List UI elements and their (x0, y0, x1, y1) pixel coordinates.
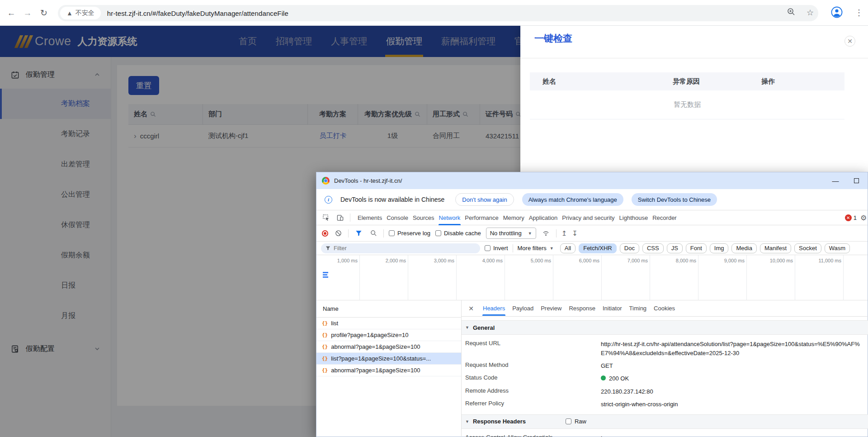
close-icon[interactable]: ✕ (844, 36, 855, 47)
warning-triangle-icon: ▲ (66, 10, 73, 17)
request-type-pill[interactable]: Doc (620, 243, 639, 253)
request-row[interactable]: {} list?page=1&pageSize=100&status=... (316, 353, 461, 365)
back-icon[interactable]: ← (5, 6, 18, 20)
network-overview-timeline[interactable]: 1,000 ms2,000 ms3,000 ms4,000 ms5,000 ms… (316, 255, 868, 300)
site-security-chip[interactable]: ▲ 不安全 (60, 7, 101, 19)
response-headers-section-header[interactable]: ▼ Response Headers Raw (462, 414, 868, 429)
separator (383, 229, 384, 238)
network-filter-bar: Invert More filters ▼ AllFetch/XHRDocCSS… (316, 242, 868, 255)
clear-network-log-icon[interactable] (333, 228, 343, 238)
throttling-value: No throttling (490, 230, 522, 237)
reload-icon[interactable]: ↻ (37, 6, 51, 20)
filter-funnel-icon[interactable] (354, 228, 363, 238)
devtools-tab[interactable]: Memory (501, 210, 527, 225)
request-type-pill[interactable]: Media (731, 243, 756, 253)
detail-tab[interactable]: Payload (510, 301, 536, 316)
timeline-tick: 10,000 ms (747, 255, 795, 300)
request-row[interactable]: {} list (316, 318, 461, 329)
raw-checkbox[interactable]: Raw (566, 418, 586, 425)
devtools-tab[interactable]: Performance (462, 210, 500, 225)
json-file-icon: {} (322, 367, 328, 373)
request-row[interactable]: {} abnormal?page=1&pageSize=100 (316, 365, 461, 376)
filter-input[interactable] (334, 245, 465, 252)
bookmark-star-icon[interactable]: ☆ (805, 8, 816, 19)
checkbox[interactable] (566, 418, 571, 424)
checkbox[interactable] (435, 230, 441, 236)
address-bar[interactable]: ▲ 不安全 hr-test.zjf-it.cn/#/fakeDuty/fakeD… (58, 5, 818, 21)
response-header-rows: Access-Control-Allow-Credentials true (462, 429, 868, 437)
request-type-pill[interactable]: Fetch/XHR (579, 243, 617, 253)
devtools-tab[interactable]: Privacy and security (560, 210, 617, 225)
disclosure-triangle-icon: ▼ (465, 419, 469, 424)
request-row[interactable]: {} profile?page=1&pageSize=10 (316, 329, 461, 341)
network-conditions-icon[interactable] (541, 228, 551, 238)
search-network-icon[interactable] (368, 228, 378, 238)
request-type-pill[interactable]: Font (686, 243, 707, 253)
switch-to-chinese-button[interactable]: Switch DevTools to Chinese (632, 193, 717, 206)
request-type-pill[interactable]: Wasm (825, 243, 850, 253)
url-text[interactable]: hr-test.zjf-it.cn/#/fakeDuty/fakeDutyMan… (107, 10, 288, 17)
detail-tab[interactable]: Initiator (600, 301, 624, 316)
record-network-log-icon[interactable] (322, 230, 328, 237)
banner-message: DevTools is now available in Chinese (340, 196, 444, 203)
detail-tab[interactable]: Timing (627, 301, 649, 316)
request-type-pill[interactable]: Socket (794, 243, 821, 253)
devtools-tab[interactable]: Sources (410, 210, 437, 225)
import-har-icon[interactable]: ↥ (561, 229, 567, 238)
match-language-button[interactable]: Always match Chrome's language (522, 193, 623, 206)
checkbox[interactable] (389, 230, 395, 236)
minimize-icon[interactable]: — (826, 172, 845, 189)
request-type-pill[interactable]: JS (667, 243, 683, 253)
detail-tab[interactable]: Preview (538, 301, 564, 316)
requests-name-header[interactable]: Name (316, 300, 461, 318)
disable-cache-checkbox[interactable]: Disable cache (435, 230, 481, 237)
profile-avatar-icon[interactable] (831, 6, 842, 17)
more-filters-button[interactable]: More filters ▼ (518, 245, 554, 252)
settings-gear-icon[interactable]: ⚙ (860, 214, 867, 222)
funnel-icon (326, 246, 330, 251)
devtools-titlebar[interactable]: DevTools - hr-test.zjf-it.cn/ — (316, 172, 868, 189)
detail-tab[interactable]: Cookies (651, 301, 677, 316)
devtools-tab[interactable]: Console (384, 210, 410, 225)
request-type-pill[interactable]: Manifest (760, 243, 791, 253)
json-file-icon: {} (322, 320, 328, 326)
zoom-icon[interactable] (786, 8, 797, 19)
device-toolbar-icon[interactable] (335, 213, 345, 223)
timeline-tick: 8,000 ms (650, 255, 698, 300)
request-type-pill[interactable]: All (560, 243, 576, 253)
request-type-pill[interactable]: CSS (642, 243, 664, 253)
menu-kebab-icon[interactable]: ⋮ (854, 8, 864, 19)
filter-input-box[interactable] (321, 243, 480, 253)
devtools-tab[interactable]: Recorder (650, 210, 679, 225)
overview-cluster-icon (323, 272, 328, 278)
more-filters-label: More filters (518, 245, 547, 252)
chevron-down-icon: ▼ (528, 231, 532, 236)
error-badge[interactable]: ✕ 1 (845, 214, 857, 221)
header-row: Remote Address 220.180.237.142:80 (465, 385, 868, 398)
devtools-tab[interactable]: Elements (355, 210, 384, 225)
check-result-table: 姓名异常原因操作 暂无数据 (530, 72, 844, 119)
preserve-log-checkbox[interactable]: Preserve log (389, 230, 430, 237)
dont-show-again-button[interactable]: Don't show again (455, 193, 514, 206)
invert-label: Invert (493, 245, 508, 252)
devtools-tab[interactable]: Network (437, 210, 463, 225)
header-key: Request URL (465, 340, 601, 358)
request-type-pill[interactable]: Img (710, 243, 729, 253)
detail-tab[interactable]: Headers (481, 301, 507, 316)
invert-checkbox[interactable]: Invert (485, 245, 508, 252)
header-row: Request Method GET (465, 360, 868, 372)
checkbox[interactable] (485, 245, 491, 251)
detail-tab[interactable]: Response (566, 301, 598, 316)
devtools-tab[interactable]: Lighthouse (617, 210, 651, 225)
devtools-tab[interactable]: Application (527, 210, 560, 225)
maximize-icon[interactable] (847, 172, 866, 189)
check-column-header: 异常原因 (673, 77, 761, 86)
forward-icon[interactable]: → (21, 6, 34, 20)
throttling-select[interactable]: No throttling ▼ (486, 228, 536, 239)
export-har-icon[interactable]: ↧ (572, 229, 578, 238)
general-section-header[interactable]: ▼ General (462, 320, 868, 335)
request-row[interactable]: {} abnormal?page=1&pageSize=100 (316, 341, 461, 353)
inspect-element-icon[interactable] (321, 213, 331, 223)
devtools-tabbar: ElementsConsoleSourcesNetworkPerformance… (316, 210, 868, 225)
close-detail-icon[interactable]: ✕ (466, 304, 476, 314)
